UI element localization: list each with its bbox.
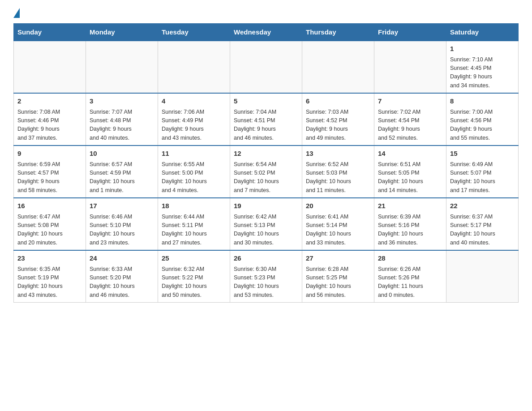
day-info: Sunrise: 6:49 AM Sunset: 5:07 PM Dayligh… [450, 160, 515, 195]
day-info: Sunrise: 6:42 AM Sunset: 5:13 PM Dayligh… [234, 213, 298, 248]
day-number: 21 [378, 201, 442, 211]
calendar-cell: 2Sunrise: 7:08 AM Sunset: 4:46 PM Daylig… [14, 93, 86, 146]
day-info: Sunrise: 6:26 AM Sunset: 5:26 PM Dayligh… [378, 265, 442, 300]
day-info: Sunrise: 6:51 AM Sunset: 5:05 PM Dayligh… [378, 160, 442, 195]
day-info: Sunrise: 7:06 AM Sunset: 4:49 PM Dayligh… [162, 108, 226, 143]
day-info: Sunrise: 7:00 AM Sunset: 4:56 PM Dayligh… [450, 108, 515, 143]
day-info: Sunrise: 7:03 AM Sunset: 4:52 PM Dayligh… [306, 108, 370, 143]
calendar-cell: 3Sunrise: 7:07 AM Sunset: 4:48 PM Daylig… [86, 93, 158, 146]
day-number: 12 [234, 149, 298, 159]
day-info: Sunrise: 7:02 AM Sunset: 4:54 PM Dayligh… [378, 108, 442, 143]
calendar-cell: 28Sunrise: 6:26 AM Sunset: 5:26 PM Dayli… [374, 250, 446, 303]
calendar-cell: 9Sunrise: 6:59 AM Sunset: 4:57 PM Daylig… [14, 146, 86, 198]
weekday-header-saturday: Saturday [446, 24, 519, 41]
day-number: 26 [234, 253, 298, 264]
weekday-header-monday: Monday [86, 24, 158, 41]
calendar-week-row: 16Sunrise: 6:47 AM Sunset: 5:08 PM Dayli… [14, 198, 519, 250]
day-number: 15 [450, 149, 515, 159]
calendar-week-row: 2Sunrise: 7:08 AM Sunset: 4:46 PM Daylig… [14, 93, 519, 146]
calendar-cell [302, 41, 374, 93]
calendar-cell: 12Sunrise: 6:54 AM Sunset: 5:02 PM Dayli… [230, 146, 302, 198]
day-info: Sunrise: 6:44 AM Sunset: 5:11 PM Dayligh… [162, 213, 226, 248]
calendar-cell: 24Sunrise: 6:33 AM Sunset: 5:20 PM Dayli… [86, 250, 158, 303]
day-number: 2 [17, 96, 82, 107]
calendar-cell: 19Sunrise: 6:42 AM Sunset: 5:13 PM Dayli… [230, 198, 302, 250]
calendar-cell [230, 41, 302, 93]
day-number: 3 [90, 96, 154, 107]
day-number: 10 [90, 149, 154, 159]
calendar-cell: 21Sunrise: 6:39 AM Sunset: 5:16 PM Dayli… [374, 198, 446, 250]
day-info: Sunrise: 6:54 AM Sunset: 5:02 PM Dayligh… [234, 160, 298, 195]
calendar-week-row: 23Sunrise: 6:35 AM Sunset: 5:19 PM Dayli… [14, 250, 519, 303]
day-number: 23 [17, 253, 82, 264]
day-number: 1 [450, 44, 515, 54]
calendar-cell: 10Sunrise: 6:57 AM Sunset: 4:59 PM Dayli… [86, 146, 158, 198]
day-info: Sunrise: 6:47 AM Sunset: 5:08 PM Dayligh… [17, 213, 82, 248]
calendar-cell [374, 41, 446, 93]
weekday-header-sunday: Sunday [14, 24, 86, 41]
day-number: 22 [450, 201, 515, 211]
calendar-cell [158, 41, 230, 93]
day-info: Sunrise: 7:07 AM Sunset: 4:48 PM Dayligh… [90, 108, 154, 143]
day-number: 13 [306, 149, 370, 159]
day-number: 9 [17, 149, 82, 159]
calendar-cell: 1Sunrise: 7:10 AM Sunset: 4:45 PM Daylig… [446, 41, 519, 93]
calendar-cell: 26Sunrise: 6:30 AM Sunset: 5:23 PM Dayli… [230, 250, 302, 303]
calendar-cell: 7Sunrise: 7:02 AM Sunset: 4:54 PM Daylig… [374, 93, 446, 146]
calendar-cell: 15Sunrise: 6:49 AM Sunset: 5:07 PM Dayli… [446, 146, 519, 198]
day-number: 14 [378, 149, 442, 159]
calendar-cell: 20Sunrise: 6:41 AM Sunset: 5:14 PM Dayli… [302, 198, 374, 250]
day-number: 27 [306, 253, 370, 264]
day-info: Sunrise: 7:04 AM Sunset: 4:51 PM Dayligh… [234, 108, 298, 143]
day-number: 19 [234, 201, 298, 211]
day-info: Sunrise: 6:57 AM Sunset: 4:59 PM Dayligh… [90, 160, 154, 195]
logo-triangle-icon [13, 8, 20, 18]
calendar-week-row: 1Sunrise: 7:10 AM Sunset: 4:45 PM Daylig… [14, 41, 519, 93]
day-number: 28 [378, 253, 442, 264]
day-info: Sunrise: 6:28 AM Sunset: 5:25 PM Dayligh… [306, 265, 370, 300]
calendar-cell: 13Sunrise: 6:52 AM Sunset: 5:03 PM Dayli… [302, 146, 374, 198]
day-number: 5 [234, 96, 298, 107]
calendar-cell: 27Sunrise: 6:28 AM Sunset: 5:25 PM Dayli… [302, 250, 374, 303]
day-number: 6 [306, 96, 370, 107]
calendar-header-row: SundayMondayTuesdayWednesdayThursdayFrid… [14, 24, 519, 41]
day-info: Sunrise: 6:59 AM Sunset: 4:57 PM Dayligh… [17, 160, 82, 195]
day-number: 4 [162, 96, 226, 107]
calendar-cell: 16Sunrise: 6:47 AM Sunset: 5:08 PM Dayli… [14, 198, 86, 250]
calendar-cell: 18Sunrise: 6:44 AM Sunset: 5:11 PM Dayli… [158, 198, 230, 250]
logo [13, 9, 20, 19]
day-info: Sunrise: 6:41 AM Sunset: 5:14 PM Dayligh… [306, 213, 370, 248]
day-info: Sunrise: 6:33 AM Sunset: 5:20 PM Dayligh… [90, 265, 154, 300]
page-header [13, 9, 519, 19]
day-info: Sunrise: 7:08 AM Sunset: 4:46 PM Dayligh… [17, 108, 82, 143]
calendar-cell: 8Sunrise: 7:00 AM Sunset: 4:56 PM Daylig… [446, 93, 519, 146]
calendar-cell: 22Sunrise: 6:37 AM Sunset: 5:17 PM Dayli… [446, 198, 519, 250]
day-number: 11 [162, 149, 226, 159]
calendar-cell: 25Sunrise: 6:32 AM Sunset: 5:22 PM Dayli… [158, 250, 230, 303]
day-info: Sunrise: 6:46 AM Sunset: 5:10 PM Dayligh… [90, 213, 154, 248]
day-info: Sunrise: 6:30 AM Sunset: 5:23 PM Dayligh… [234, 265, 298, 300]
calendar-cell: 4Sunrise: 7:06 AM Sunset: 4:49 PM Daylig… [158, 93, 230, 146]
calendar-cell [86, 41, 158, 93]
day-info: Sunrise: 6:32 AM Sunset: 5:22 PM Dayligh… [162, 265, 226, 300]
calendar-table: SundayMondayTuesdayWednesdayThursdayFrid… [13, 23, 519, 303]
calendar-cell: 5Sunrise: 7:04 AM Sunset: 4:51 PM Daylig… [230, 93, 302, 146]
day-info: Sunrise: 6:35 AM Sunset: 5:19 PM Dayligh… [17, 265, 82, 300]
weekday-header-tuesday: Tuesday [158, 24, 230, 41]
day-info: Sunrise: 6:37 AM Sunset: 5:17 PM Dayligh… [450, 213, 515, 248]
day-number: 8 [450, 96, 515, 107]
calendar-cell: 23Sunrise: 6:35 AM Sunset: 5:19 PM Dayli… [14, 250, 86, 303]
calendar-cell: 11Sunrise: 6:55 AM Sunset: 5:00 PM Dayli… [158, 146, 230, 198]
day-number: 17 [90, 201, 154, 211]
calendar-cell: 14Sunrise: 6:51 AM Sunset: 5:05 PM Dayli… [374, 146, 446, 198]
calendar-cell [446, 250, 519, 303]
day-number: 7 [378, 96, 442, 107]
day-info: Sunrise: 6:39 AM Sunset: 5:16 PM Dayligh… [378, 213, 442, 248]
day-info: Sunrise: 7:10 AM Sunset: 4:45 PM Dayligh… [450, 56, 515, 90]
calendar-cell [14, 41, 86, 93]
calendar-cell: 17Sunrise: 6:46 AM Sunset: 5:10 PM Dayli… [86, 198, 158, 250]
weekday-header-wednesday: Wednesday [230, 24, 302, 41]
calendar-week-row: 9Sunrise: 6:59 AM Sunset: 4:57 PM Daylig… [14, 146, 519, 198]
day-info: Sunrise: 6:55 AM Sunset: 5:00 PM Dayligh… [162, 160, 226, 195]
calendar-cell: 6Sunrise: 7:03 AM Sunset: 4:52 PM Daylig… [302, 93, 374, 146]
